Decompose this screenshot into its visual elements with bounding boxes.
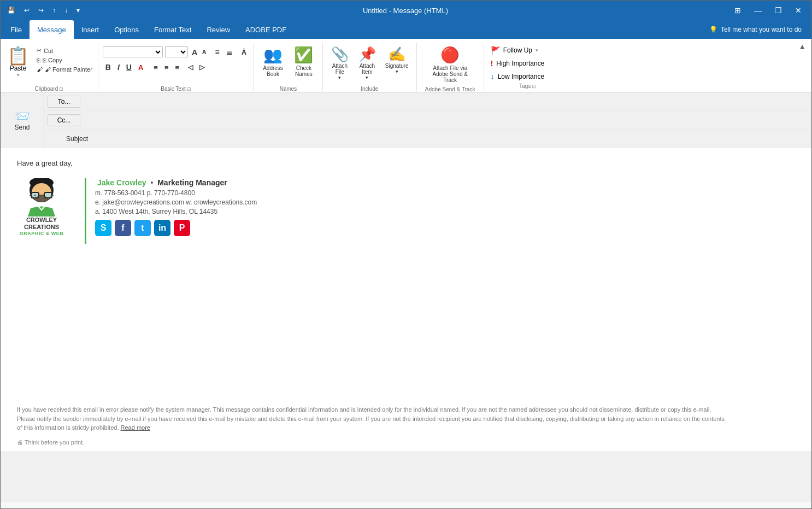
maximize-btn[interactable]: ❐ — [769, 4, 787, 17]
clear-format-btn[interactable]: Ā — [239, 46, 249, 58]
to-input[interactable] — [84, 96, 811, 108]
attach-file-adobe-label: Attach File viaAdobe Send & Track — [426, 65, 475, 83]
to-button[interactable]: To... — [48, 96, 80, 108]
follow-up-icon: 🚩 — [491, 46, 500, 55]
attach-item-dropdown[interactable]: ▾ — [366, 75, 368, 80]
skype-icon[interactable]: S — [95, 220, 111, 236]
low-importance-btn[interactable]: ↓ Low Importance — [489, 71, 547, 82]
minimize-btn[interactable]: — — [749, 4, 767, 17]
indent-decrease-btn[interactable]: ◁ — [185, 62, 196, 73]
high-importance-btn[interactable]: ! High Importance — [489, 58, 547, 69]
send-btn[interactable]: 📨 Send — [14, 109, 30, 131]
title-bar-right: ⊞ — ❐ ✕ — [729, 4, 807, 17]
low-importance-icon: ↓ — [491, 72, 495, 81]
menu-message[interactable]: Message — [30, 20, 74, 39]
cc-button[interactable]: Cc... — [48, 114, 80, 126]
format-painter-icon: 🖌 — [37, 66, 43, 73]
fields-wrapper: To... Cc... Subject — [44, 92, 811, 148]
align-center-btn[interactable]: ≡ — [162, 62, 172, 73]
restore-window-btn[interactable]: ⊞ — [729, 4, 746, 17]
send-area: 📨 Send — [1, 92, 44, 148]
menu-review[interactable]: Review — [199, 20, 238, 39]
follow-up-dropdown[interactable]: ▾ — [536, 48, 538, 53]
attach-file-dropdown[interactable]: ▾ — [338, 75, 341, 80]
disclaimer-text: If you have received this email in error… — [17, 405, 727, 432]
paste-button[interactable]: 📋 Paste ▾ — [4, 45, 32, 80]
attach-file-adobe-btn[interactable]: 🔴 ↑ Attach File viaAdobe Send & Track — [421, 44, 479, 85]
font-size-buttons: A A — [190, 47, 208, 57]
company-logo-svg: + — [17, 178, 66, 217]
cut-button[interactable]: ✂ Cut — [34, 46, 95, 55]
adobe-text-overlay: ↑ — [449, 48, 451, 54]
align-left-btn[interactable]: ≡ — [151, 62, 161, 73]
align-right-btn[interactable]: ≡ — [173, 62, 183, 73]
italic-btn[interactable]: I — [115, 61, 122, 73]
font-color-btn[interactable]: A — [136, 62, 146, 73]
redo-btn[interactable]: ↪ — [36, 5, 46, 15]
high-importance-icon: ! — [491, 59, 493, 68]
follow-up-btn[interactable]: 🚩 Follow Up ▾ — [489, 45, 547, 56]
format-painter-button[interactable]: 🖌 🖌 Format Painter — [34, 65, 95, 74]
subject-input[interactable] — [93, 133, 811, 145]
facebook-icon[interactable]: f — [115, 220, 131, 236]
company-name: CROWLEYCREATIONS — [24, 217, 59, 231]
tell-me-input[interactable]: 💡 Tell me what you want to do — [702, 20, 809, 39]
increase-font-btn[interactable]: A — [190, 47, 199, 57]
svg-text:+: + — [34, 193, 37, 198]
list-format-buttons: ≡ ≣ — [213, 46, 236, 58]
menu-format-text[interactable]: Format Text — [146, 20, 199, 39]
font-family-selector[interactable] — [103, 46, 163, 57]
attach-file-btn[interactable]: 📎 AttachFile ▾ — [327, 44, 352, 83]
decrease-font-btn[interactable]: A — [201, 47, 208, 57]
send-icon: 📨 — [15, 109, 30, 124]
bold-btn[interactable]: B — [103, 61, 114, 73]
menu-insert[interactable]: Insert — [74, 20, 107, 39]
align-buttons: ≡ ≡ ≡ — [151, 62, 182, 73]
linkedin-icon[interactable]: in — [154, 220, 170, 236]
numbered-list-btn[interactable]: ≣ — [223, 46, 236, 58]
ribbon-clipboard-group: 📋 Paste ▾ ✂ Cut ⎘ ⎘ Copy 🖌 🖌 For — [1, 43, 98, 92]
clipboard-expander[interactable]: ⊡ — [59, 86, 63, 92]
low-importance-label: Low Importance — [498, 73, 544, 80]
cc-input[interactable] — [84, 114, 811, 126]
email-body[interactable]: Have a great day, — [1, 148, 811, 394]
close-btn[interactable]: ✕ — [790, 4, 807, 17]
underline-btn[interactable]: U — [123, 61, 134, 73]
copy-button[interactable]: ⎘ ⎘ Copy — [34, 56, 95, 65]
attach-file-label: AttachFile — [332, 63, 348, 75]
paste-label: Paste — [10, 65, 27, 72]
names-group-label: Names — [258, 86, 318, 92]
pinterest-icon[interactable]: P — [174, 220, 190, 236]
indent-increase-btn[interactable]: ▷ — [197, 62, 207, 73]
download-btn[interactable]: ↓ — [62, 5, 70, 15]
address-book-btn[interactable]: 👥 AddressBook — [258, 44, 287, 79]
bullet-list-btn[interactable]: ≡ — [213, 46, 222, 58]
attach-item-label: AttachItem — [360, 63, 375, 75]
menu-file[interactable]: File — [3, 20, 30, 39]
attach-item-btn[interactable]: 📌 AttachItem ▾ — [355, 44, 380, 83]
signature-btn[interactable]: ✍ Signature ▾ — [382, 44, 412, 77]
paste-dropdown[interactable]: ▾ — [17, 72, 20, 78]
menu-options[interactable]: Options — [107, 20, 146, 39]
more-btn[interactable]: ▾ — [74, 5, 82, 15]
sig-email: e. jake@crowleycreations.com w. crowleyc… — [95, 198, 795, 206]
menu-adobe-pdf[interactable]: ADOBE PDF — [238, 20, 294, 39]
bottom-scroll-bar[interactable] — [1, 501, 811, 508]
lightbulb-icon: 💡 — [709, 26, 717, 33]
undo-btn[interactable]: ↩ — [22, 5, 32, 15]
adobe-group-label: Adobe Send & Track — [421, 86, 479, 92]
twitter-icon[interactable]: t — [134, 220, 151, 236]
read-more-link[interactable]: Read more — [121, 424, 150, 431]
tags-expander[interactable]: ⊡ — [532, 84, 536, 89]
ribbon-adobe-group: 🔴 ↑ Attach File viaAdobe Send & Track Ad… — [417, 43, 484, 92]
ribbon-collapse-btn[interactable]: ▲ — [795, 41, 809, 52]
upload-btn[interactable]: ↑ — [50, 5, 58, 15]
basic-text-expander[interactable]: ⊡ — [187, 86, 191, 92]
ribbon-include-group: 📎 AttachFile ▾ 📌 AttachItem ▾ ✍ Signatur… — [323, 43, 417, 92]
copy-icon: ⎘ — [37, 57, 40, 63]
adobe-icon-wrap: 🔴 ↑ — [440, 46, 460, 64]
signature-dropdown[interactable]: ▾ — [396, 69, 398, 74]
check-names-btn[interactable]: ✅ CheckNames — [290, 44, 318, 79]
save-icon[interactable]: 💾 — [5, 5, 17, 15]
font-size-selector[interactable] — [165, 46, 188, 57]
